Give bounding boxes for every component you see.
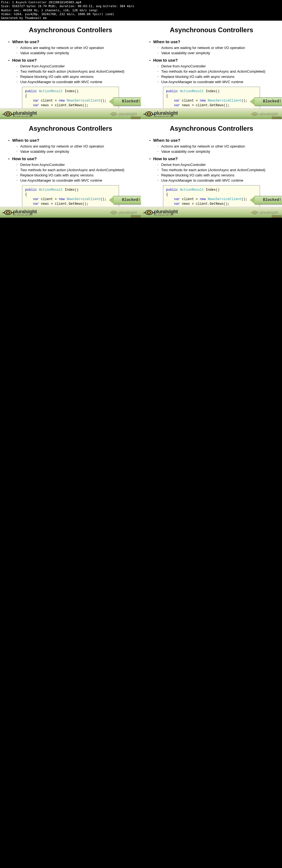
when-to-use-heading: When to use? xyxy=(149,39,274,44)
eye-icon xyxy=(4,210,12,215)
when-to-use-heading: When to use? xyxy=(8,138,133,143)
how-to-use-heading: How to use? xyxy=(8,58,133,62)
how-list: Derive from AsyncController Two methods … xyxy=(158,163,274,182)
slide-title: Asynchronous Controllers xyxy=(149,125,274,132)
pluralsight-watermark: pluralsight xyxy=(251,112,278,116)
slide-title: Asynchronous Controllers xyxy=(8,125,133,132)
when-list: Actions are waiting for network or other… xyxy=(158,46,274,55)
eye-icon xyxy=(145,112,153,116)
blocked-callout: Blocked! xyxy=(254,196,282,204)
video-thumbnail[interactable]: Asynchronous Controllers When to use? Ac… xyxy=(141,119,282,218)
timestamp-overlay: 00:01:17 xyxy=(272,117,281,119)
eye-icon xyxy=(4,112,12,116)
list-item: Value scalability over simplicity xyxy=(158,51,274,55)
timestamp-overlay: 00:01:57 xyxy=(131,215,140,218)
pluralsight-watermark: pluralsight xyxy=(110,112,137,116)
list-item: Replace blocking I/O calls with async ve… xyxy=(17,173,133,177)
list-item: Use AsyncManager to coordinate with MVC … xyxy=(158,80,274,84)
list-item: Actions are waiting for network or other… xyxy=(158,46,274,50)
how-to-use-heading: How to use? xyxy=(8,156,133,161)
list-item: Derive from AsyncController xyxy=(17,163,133,167)
list-item: Value scalability over simplicity xyxy=(17,149,133,154)
pluralsight-watermark: pluralsight xyxy=(110,210,137,215)
list-item: Two methods for each action (ActionAsync… xyxy=(158,69,274,73)
pluralsight-logo: pluralsight see what you can learn xyxy=(4,209,37,216)
timestamp-overlay: 00:00:03 xyxy=(131,117,140,119)
eye-icon xyxy=(252,211,257,214)
eye-icon xyxy=(111,112,116,116)
list-item: Derive from AsyncController xyxy=(17,64,133,68)
pluralsight-watermark: pluralsight xyxy=(251,210,278,215)
slide-content: Asynchronous Controllers When to use? Ac… xyxy=(0,21,141,119)
list-item: Derive from AsyncController xyxy=(158,64,274,68)
list-item: Value scalability over simplicity xyxy=(158,149,274,154)
slide-title: Asynchronous Controllers xyxy=(149,26,274,34)
blocked-callout: Blocked! xyxy=(113,97,141,106)
file-metadata-header: File: 1 Asynch Controller 20110816145903… xyxy=(0,0,282,21)
video-thumbnail[interactable]: Asynchronous Controllers When to use? Ac… xyxy=(0,21,141,119)
list-item: Value scalability over simplicity xyxy=(17,51,133,55)
slide-footer: pluralsight see what you can learn plura… xyxy=(0,207,141,218)
when-list: Actions are waiting for network or other… xyxy=(17,46,133,55)
list-item: Derive from AsyncController xyxy=(158,163,274,167)
slide-footer: pluralsight see what you can learn plura… xyxy=(141,108,282,119)
blocked-callout: Blocked! xyxy=(113,196,141,204)
timestamp-overlay: 00:02:37 xyxy=(272,215,281,218)
when-to-use-heading: When to use? xyxy=(8,39,133,44)
pluralsight-logo: pluralsight see what you can learn xyxy=(145,209,178,216)
eye-icon xyxy=(252,112,257,116)
slide-content: Asynchronous Controllers When to use? Ac… xyxy=(141,21,282,119)
when-list: Actions are waiting for network or other… xyxy=(17,144,133,154)
video-thumbnail[interactable]: Asynchronous Controllers When to use? Ac… xyxy=(0,119,141,218)
list-item: Actions are waiting for network or other… xyxy=(158,144,274,148)
thumbnail-grid: Asynchronous Controllers When to use? Ac… xyxy=(0,21,282,218)
how-list: Derive from AsyncController Two methods … xyxy=(158,64,274,84)
when-to-use-heading: When to use? xyxy=(149,138,274,143)
list-item: Actions are waiting for network or other… xyxy=(17,144,133,148)
list-item: Use AsyncManager to coordinate with MVC … xyxy=(158,178,274,182)
eye-icon xyxy=(145,210,153,215)
blocked-callout: Blocked! xyxy=(254,97,282,106)
slide-footer: pluralsight see what you can learn plura… xyxy=(141,207,282,218)
pluralsight-logo: pluralsight see what you can learn xyxy=(4,111,37,117)
when-list: Actions are waiting for network or other… xyxy=(158,144,274,154)
pluralsight-logo: pluralsight see what you can learn xyxy=(145,111,178,117)
list-item: Two methods for each action (ActionAsync… xyxy=(17,69,133,73)
list-item: Replace blocking I/O calls with async ve… xyxy=(158,173,274,177)
how-to-use-heading: How to use? xyxy=(149,156,274,161)
video-thumbnail[interactable]: Asynchronous Controllers When to use? Ac… xyxy=(141,21,282,119)
eye-icon xyxy=(111,211,116,214)
list-item: Actions are waiting for network or other… xyxy=(17,46,133,50)
list-item: Two methods for each action (ActionAsync… xyxy=(158,168,274,172)
list-item: Use AsyncManager to coordinate with MVC … xyxy=(17,178,133,182)
how-list: Derive from AsyncController Two methods … xyxy=(17,64,133,84)
how-to-use-heading: How to use? xyxy=(149,58,274,62)
slide-content: Asynchronous Controllers When to use? Ac… xyxy=(0,119,141,218)
list-item: Use AsyncManager to coordinate with MVC … xyxy=(17,80,133,84)
list-item: Replace blocking I/O calls with async ve… xyxy=(158,74,274,79)
list-item: Two methods for each action (ActionAsync… xyxy=(17,168,133,172)
slide-footer: pluralsight see what you can learn plura… xyxy=(0,108,141,119)
slide-title: Asynchronous Controllers xyxy=(8,26,133,34)
slide-content: Asynchronous Controllers When to use? Ac… xyxy=(141,119,282,218)
list-item: Replace blocking I/O calls with async ve… xyxy=(17,74,133,79)
how-list: Derive from AsyncController Two methods … xyxy=(17,163,133,182)
